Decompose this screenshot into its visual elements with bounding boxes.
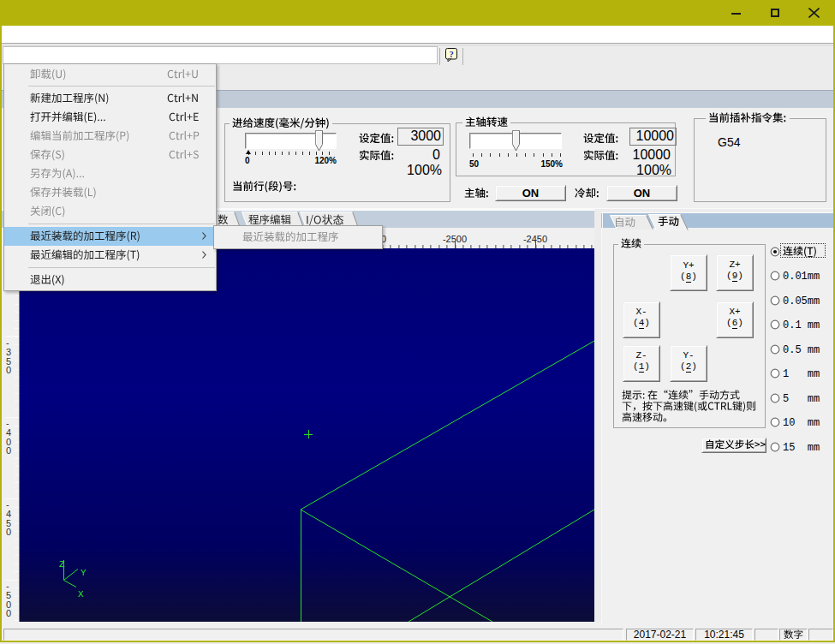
svg-text:X: X [78,589,84,599]
svg-text:?: ? [449,50,453,59]
svg-text:Y: Y [81,568,86,578]
svg-text:Z: Z [59,559,65,569]
